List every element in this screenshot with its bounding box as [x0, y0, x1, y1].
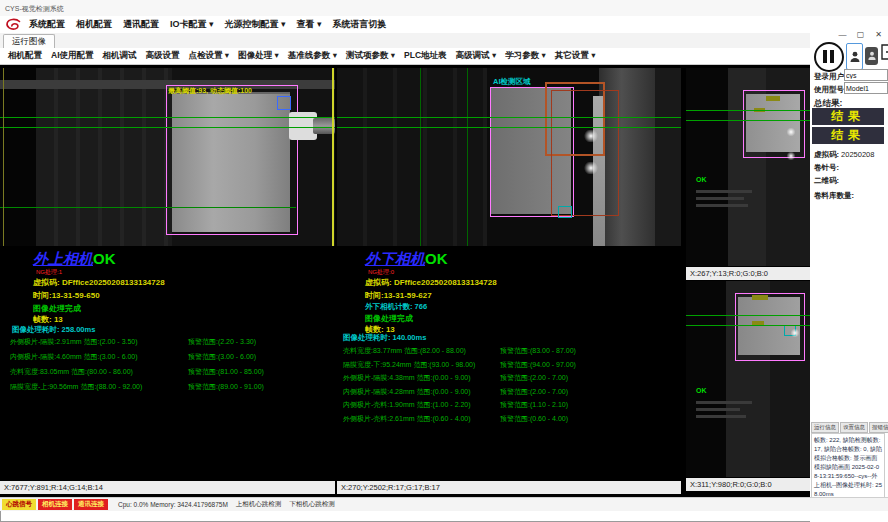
mid-camera-image[interactable]: AI检测区域 [337, 68, 681, 246]
login-user-input[interactable] [844, 69, 888, 81]
ai-region-label: AI检测区域 [493, 77, 531, 87]
menu-bar: 系统配置 相机配置 通讯配置 IO卡配置 ▾ 光源控制配置 ▾ 查看 ▾ 系统语… [0, 16, 888, 33]
machine-frame [337, 68, 487, 246]
comm-link-badge: 通讯连接 [74, 499, 108, 510]
tool-learn-params[interactable]: 学习参数 ▾ [505, 50, 546, 62]
measure-line [686, 120, 810, 121]
roi-orange-box [551, 90, 619, 216]
threshold-overlay-label: 最高阈值:93, 动态阈值:100 [168, 86, 252, 96]
menu-item-view[interactable]: 查看 ▾ [297, 18, 322, 31]
light-glow [786, 128, 796, 136]
thumb-bottom-camera-image[interactable]: OK [686, 281, 810, 477]
window-title: CYS-视觉检测系统 [5, 4, 64, 14]
tool-camera-debug[interactable]: 相机调试 [103, 50, 137, 62]
measure-line [0, 207, 296, 208]
tiny-text-mark [696, 415, 746, 418]
roi-cyan-box [558, 206, 572, 218]
tab-run-image[interactable]: 运行图像 [3, 34, 55, 48]
measure-line [0, 117, 335, 118]
thumb-bottom-status: OK [696, 387, 707, 394]
machine-shadow [655, 68, 681, 246]
model-input[interactable] [844, 82, 888, 94]
user-icon [850, 51, 860, 63]
tab-setup-info[interactable]: 设置信息 [840, 422, 868, 433]
menu-item-language-switch[interactable]: 系统语言切换 [333, 18, 387, 31]
menu-item-system-config[interactable]: 系统配置 [29, 18, 65, 31]
menu-item-light-config[interactable]: 光源控制配置 ▾ [225, 18, 286, 31]
mid-measurements: 壳料宽度:83.77mm 范围:(82.00 - 88.00)预警范围:(83.… [343, 346, 678, 427]
result-display-2: 结果 [812, 127, 884, 144]
tab-strip: 运行图像 [0, 33, 810, 49]
tool-other-settings[interactable]: 其它设置 ▾ [555, 50, 596, 62]
left-process-time: 图像处理耗时: 258.00ms [12, 325, 95, 335]
measure-line [686, 110, 810, 111]
tiny-text-mark [696, 204, 748, 207]
menu-item-io-config[interactable]: IO卡配置 ▾ [170, 18, 214, 31]
machine-shadow [686, 68, 728, 266]
pause-icon [830, 50, 834, 63]
tab-run-info[interactable]: 运行信息 [811, 422, 839, 433]
measure-row: 壳料宽度:83.05mm 范围:(80.00 - 86.00)预警范围:(81.… [10, 367, 332, 382]
mid-pixel-readout: X:270;Y:2502;R:17;G:17;B:17 [337, 481, 681, 494]
window-controls: — ▢ ✕ [837, 30, 884, 39]
left-camera-status: OK [93, 250, 116, 267]
tool-image-process[interactable]: 图像处理 ▾ [238, 50, 279, 62]
exit-button[interactable] [881, 44, 888, 64]
status-bar: 心跳信号 相机连接 通讯连接 Cpu: 0.0% Memory: 3424.41… [0, 497, 888, 511]
maximize-icon[interactable]: ▢ [855, 30, 866, 39]
close-icon[interactable]: ✕ [873, 30, 884, 39]
mid-ng-count: NG处理:0 [368, 268, 394, 277]
tool-spot-check[interactable]: 点检设置 ▾ [189, 50, 230, 62]
measure-line [337, 117, 681, 118]
tiny-label-mark [766, 96, 780, 101]
left-process-done: 图像处理完成 [33, 303, 81, 314]
thumb-top-camera-image[interactable]: OK [686, 68, 810, 266]
tab-error-info[interactable]: 报错信息 [869, 422, 888, 433]
light-glow [790, 329, 800, 337]
tiny-label-mark [752, 295, 768, 300]
tool-test-params[interactable]: 测试项参数 ▾ [346, 50, 395, 62]
virtual-code-value: 20250208 [841, 150, 874, 159]
left-measurements: 外侧极片-隔膜:2.91mm 范围:(2.00 - 3.50)预警范围:(2.2… [10, 337, 332, 397]
camera-link-badge: 相机连接 [38, 499, 72, 510]
left-result-title: 外上相机OK [33, 250, 116, 269]
left-ng-count: NG处理:1 [36, 268, 62, 277]
minimize-icon[interactable]: — [837, 30, 848, 39]
cpu-memory-readout: Cpu: 0.0% Memory: 3424.41796875M [118, 501, 228, 508]
model-label: 使用型号: [814, 85, 847, 95]
measure-row: 外侧极片-壳料:2.61mm 范围:(0.60 - 4.00)预警范围:(0.6… [343, 414, 678, 428]
menu-item-comm-config[interactable]: 通讯配置 [123, 18, 159, 31]
measure-row: 外侧极片-隔膜:4.38mm 范围:(0.00 - 9.00)预警范围:(2.0… [343, 373, 678, 387]
left-pixel-readout: X:7677;Y:891;R:14;G:14;B:14 [0, 481, 335, 494]
left-camera-image[interactable]: 最高阈值:93, 动态阈值:100 [0, 68, 335, 246]
mid-camera-status: OK [425, 250, 448, 267]
virtual-code-row: 虚拟码: 20250208 [814, 150, 874, 160]
left-frame-count: 帧数: 13 [33, 314, 63, 325]
tool-advanced-debug[interactable]: 高级调试 ▾ [456, 50, 497, 62]
mid-process-done: 图像处理完成 [365, 313, 413, 324]
light-glow [583, 130, 599, 142]
tool-advanced-setup[interactable]: 高级设置 [146, 50, 180, 62]
measure-vline [467, 68, 468, 246]
tiny-text-mark [696, 408, 740, 411]
panel-divider-line [332, 68, 334, 246]
measure-row: 内侧极片-隔膜:4.60mm 范围:(3.00 - 6.00)预警范围:(3.0… [10, 352, 332, 367]
tool-ai-config[interactable]: AI使用配置 [51, 50, 94, 62]
tool-camera-config[interactable]: 相机配置 [8, 50, 42, 62]
menu-item-camera-config[interactable]: 相机配置 [76, 18, 112, 31]
pause-icon [823, 50, 827, 63]
tiny-text-mark [696, 190, 752, 193]
pause-button[interactable] [814, 42, 844, 72]
mid-result-title: 外下相机OK [365, 250, 448, 269]
login-user-button[interactable] [846, 43, 863, 70]
measure-line [337, 127, 681, 128]
tool-baseline-params[interactable]: 基准线参数 ▾ [288, 50, 337, 62]
tool-plc-address[interactable]: PLC地址表 [404, 50, 447, 62]
user-manage-button[interactable] [865, 47, 878, 65]
measure-row: 外侧极片-隔膜:2.91mm 范围:(2.00 - 3.50)预警范围:(2.2… [10, 337, 332, 352]
measure-vline [420, 68, 421, 246]
title-bar: CYS-视觉检测系统 [0, 0, 888, 16]
exit-door-icon [881, 44, 888, 60]
machine-shadow [686, 281, 726, 477]
left-barcode: 虚拟码: DFffice20250208133134728 [33, 277, 165, 288]
